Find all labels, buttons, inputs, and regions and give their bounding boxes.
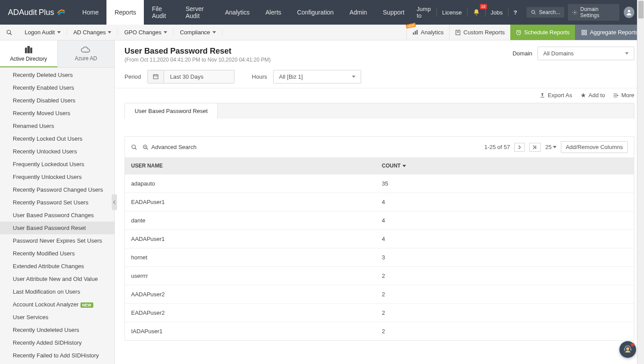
page-last-button[interactable]: [529, 143, 541, 152]
sidebar-item[interactable]: Recently Disabled Users: [0, 94, 114, 107]
sidebar-item[interactable]: Last Modification on Users: [0, 285, 114, 298]
add-remove-columns-button[interactable]: Add/Remove Columns: [561, 141, 628, 153]
search-icon: [131, 144, 137, 150]
sidebar-item[interactable]: Recently Undeleted Users: [0, 324, 114, 336]
nav-home[interactable]: Home: [74, 0, 106, 25]
scrollbar-thumb[interactable]: [638, 1, 644, 18]
sidebar-item[interactable]: User Based Password Changes: [0, 209, 114, 222]
sidebar-item[interactable]: Recently Failed to Add SIDHistory: [0, 349, 114, 362]
tab-azure-ad[interactable]: Azure AD: [58, 40, 115, 67]
page-size-select[interactable]: 25: [545, 144, 556, 150]
sidebar-item[interactable]: Recently Locked Out Users: [0, 132, 114, 145]
nav-configuration[interactable]: Configuration: [289, 0, 341, 25]
sidebar-collapse-handle[interactable]: [112, 194, 117, 210]
jump-to-link[interactable]: Jump to: [412, 6, 435, 19]
domain-select[interactable]: All Domains: [538, 47, 634, 60]
calendar-button[interactable]: [147, 70, 164, 84]
sidebar-item[interactable]: Password Never Expires Set Users: [0, 234, 114, 247]
nav-file-audit[interactable]: File Audit: [144, 0, 177, 25]
user-avatar[interactable]: [624, 7, 634, 18]
subnav-right: NEW Analytics Custom Reports Schedule Re…: [406, 25, 644, 40]
hours-select[interactable]: All [Biz 1]: [273, 70, 361, 84]
export-as-button[interactable]: Export As: [539, 92, 572, 98]
table-search-button[interactable]: [131, 144, 137, 150]
bell-icon: [473, 9, 480, 16]
page-next-button[interactable]: [514, 143, 525, 152]
sidebar-item[interactable]: Recently Deleted Users: [0, 69, 114, 81]
schedule-reports-button[interactable]: Schedule Reports: [510, 25, 575, 40]
more-button[interactable]: More: [613, 92, 634, 98]
subnav-logon-audit[interactable]: Logon Audit: [18, 29, 67, 36]
svg-line-36: [146, 148, 148, 149]
new-badge: NEW: [80, 302, 93, 308]
chevron-down-icon: [164, 31, 167, 33]
subnav-search-button[interactable]: [0, 29, 18, 36]
tab-active-directory[interactable]: Active Directory: [0, 40, 58, 67]
nav-support[interactable]: Support: [375, 0, 412, 25]
table-row[interactable]: AADAPuser14: [125, 229, 634, 248]
domain-settings-button[interactable]: Domain Settings: [568, 4, 619, 21]
svg-line-34: [135, 148, 137, 149]
more-label: More: [621, 92, 634, 98]
cell-username: hornet: [131, 254, 382, 261]
cell-username: dante: [131, 217, 382, 224]
chat-support-button[interactable]: [619, 341, 636, 358]
add-to-button[interactable]: Add to: [580, 92, 605, 98]
cell-count: 2: [382, 309, 628, 316]
jobs-link[interactable]: Jobs: [486, 6, 507, 19]
page-size-value: 25: [545, 144, 551, 150]
table-row[interactable]: userrrr2: [125, 266, 634, 285]
sidebar-item[interactable]: Frequently Lockedout Users: [0, 158, 114, 171]
sidebar-item[interactable]: User Services: [0, 311, 114, 324]
col-header-username[interactable]: USER NAME: [131, 163, 382, 169]
sidebar-item[interactable]: User Based Password Reset: [0, 222, 114, 234]
nav-alerts[interactable]: Alerts: [258, 0, 289, 25]
sidebar-item[interactable]: User Attribute New and Old Value: [0, 273, 114, 285]
sidebar-item[interactable]: Account Lockout AnalyzerNEW: [0, 298, 114, 311]
svg-rect-29: [614, 95, 617, 95]
sidebar-item[interactable]: Recently Modified Users: [0, 247, 114, 260]
sidebar-item[interactable]: Recently Unlocked Users: [0, 145, 114, 158]
header-right: Jump to License 18 Jobs ? Search... Dom: [412, 0, 644, 25]
subnav-compliance[interactable]: Compliance: [174, 29, 223, 36]
sidebar-list[interactable]: Recently Deleted UsersRecently Enabled U…: [0, 68, 114, 364]
table-row[interactable]: hornet3: [125, 248, 634, 266]
table-row[interactable]: dante4: [125, 211, 634, 229]
nav-admin[interactable]: Admin: [342, 0, 375, 25]
table-row[interactable]: AADAPuser22: [125, 285, 634, 303]
sidebar-item[interactable]: Recently Added SIDHistory: [0, 336, 114, 349]
table-row[interactable]: IADAPuser12: [125, 322, 634, 340]
sidebar-item[interactable]: Recently Password Set Users: [0, 196, 114, 209]
table-row[interactable]: EADAPuser14: [125, 193, 634, 211]
subnav-left: Logon AuditAD ChangesGPO ChangesComplian…: [0, 25, 223, 40]
advanced-search-label: Advanced Search: [151, 144, 197, 150]
nav-server-audit[interactable]: Server Audit: [178, 0, 217, 25]
subnav-gpo-changes[interactable]: GPO Changes: [118, 29, 174, 36]
help-link[interactable]: ?: [509, 6, 521, 19]
sidebar-item[interactable]: Renamed Users: [0, 120, 114, 132]
building-icon: [24, 45, 33, 54]
license-link[interactable]: License: [438, 6, 466, 19]
content-tab-active[interactable]: User Based Password Reset: [125, 103, 218, 119]
aggregate-reports-button[interactable]: Aggregate Reports: [575, 25, 644, 40]
notifications-bell[interactable]: 18: [468, 6, 484, 19]
global-search[interactable]: Search...: [527, 7, 564, 18]
sidebar-item[interactable]: Frequently Unlocked Users: [0, 171, 114, 183]
custom-reports-button[interactable]: Custom Reports: [449, 25, 510, 40]
nav-reports[interactable]: Reports: [106, 0, 144, 25]
sidebar-item[interactable]: Extended Attribute Changes: [0, 260, 114, 273]
subnav-ad-changes[interactable]: AD Changes: [67, 29, 118, 36]
sidebar-item[interactable]: Recently Moved Users: [0, 107, 114, 120]
sidebar-item[interactable]: Recently Password Changed Users: [0, 183, 114, 196]
sidebar-item[interactable]: Recently Enabled Users: [0, 81, 114, 94]
advanced-search-button[interactable]: Advanced Search: [143, 144, 197, 150]
chevron-down-icon: [553, 146, 556, 148]
col-header-count[interactable]: COUNT: [382, 163, 628, 169]
window-scrollbar[interactable]: [637, 0, 644, 364]
period-value[interactable]: Last 30 Days: [164, 70, 234, 84]
analytics-button[interactable]: NEW Analytics: [406, 25, 449, 40]
table-row[interactable]: adapauto35: [125, 174, 634, 193]
nav-analytics[interactable]: Analytics: [217, 0, 257, 25]
table-row[interactable]: EADAPuser22: [125, 303, 634, 322]
cell-username: EADAPuser1: [131, 199, 382, 205]
